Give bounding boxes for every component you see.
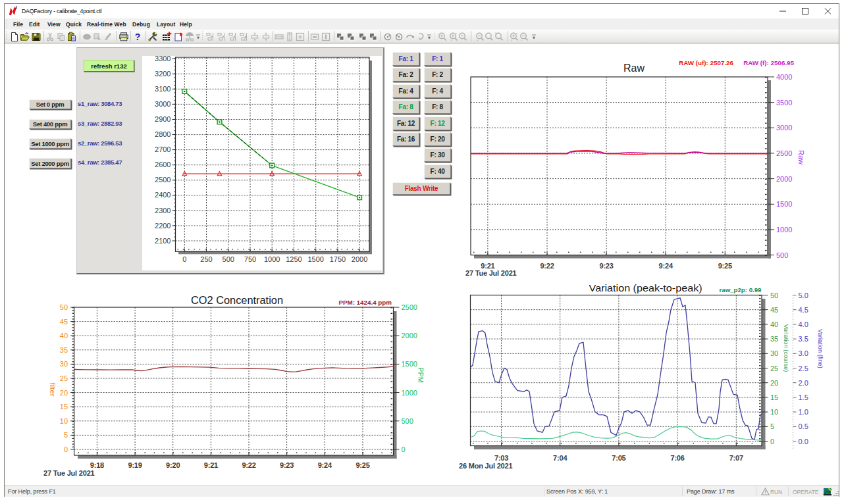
svg-text:9:24: 9:24 — [318, 461, 332, 469]
svg-text:0.5: 0.5 — [799, 422, 808, 430]
svg-text:15: 15 — [770, 393, 778, 401]
svg-text:3100: 3100 — [155, 85, 171, 93]
svg-text:RAW (uf): 2507.26: RAW (uf): 2507.26 — [679, 59, 733, 66]
svg-text:9:18: 9:18 — [90, 461, 104, 469]
svg-text:2800: 2800 — [155, 130, 171, 138]
svg-text:9:23: 9:23 — [280, 461, 294, 469]
svg-text:9:25: 9:25 — [718, 262, 732, 270]
svg-text:5: 5 — [770, 422, 774, 430]
svg-text:4.5: 4.5 — [799, 306, 808, 314]
svg-text:7:07: 7:07 — [729, 454, 743, 462]
svg-text:Variation (coarse): Variation (coarse) — [783, 324, 789, 372]
svg-text:3300: 3300 — [155, 55, 171, 63]
svg-text:500: 500 — [776, 251, 788, 259]
svg-text:10: 10 — [770, 408, 778, 416]
svg-text:1750: 1750 — [330, 255, 346, 263]
svg-text:35: 35 — [60, 346, 68, 354]
svg-text:RAW (f): 2506.95: RAW (f): 2506.95 — [743, 59, 794, 66]
svg-text:0: 0 — [770, 438, 774, 445]
svg-text:25: 25 — [60, 374, 68, 382]
svg-text:9:19: 9:19 — [128, 461, 142, 469]
svg-text:1.5: 1.5 — [799, 393, 808, 401]
svg-text:9:25: 9:25 — [356, 461, 369, 469]
svg-text:45: 45 — [60, 318, 68, 326]
svg-text:2300: 2300 — [155, 207, 171, 214]
svg-text:10: 10 — [60, 417, 68, 425]
svg-text:5.0: 5.0 — [799, 291, 808, 299]
svg-text:750: 750 — [244, 255, 256, 263]
svg-text:1.0: 1.0 — [799, 408, 808, 416]
svg-text:40: 40 — [60, 332, 68, 340]
svg-text:9:21: 9:21 — [204, 461, 218, 469]
svg-text:3.0: 3.0 — [799, 349, 808, 357]
svg-text:3500: 3500 — [776, 99, 792, 107]
svg-text:1000: 1000 — [776, 226, 792, 234]
svg-text:500: 500 — [402, 417, 413, 425]
svg-text:27 Tue Jul 2021: 27 Tue Jul 2021 — [43, 469, 95, 477]
svg-text:1500: 1500 — [307, 255, 323, 263]
svg-text:2100: 2100 — [155, 237, 171, 245]
svg-text:30: 30 — [770, 349, 778, 357]
svg-text:500: 500 — [223, 255, 234, 263]
svg-text:30: 30 — [60, 360, 68, 368]
svg-text:Raw: Raw — [797, 150, 805, 164]
svg-text:Variation (fine): Variation (fine) — [817, 329, 824, 368]
svg-text:1500: 1500 — [402, 360, 417, 368]
svg-text:3000: 3000 — [155, 100, 171, 108]
svg-text:2700: 2700 — [155, 145, 171, 153]
svg-text:PPM: 1424.4 ppm: PPM: 1424.4 ppm — [338, 299, 392, 306]
svg-text:2000: 2000 — [352, 255, 367, 263]
svg-text:5: 5 — [64, 431, 68, 439]
svg-text:2500: 2500 — [402, 303, 417, 311]
svg-text:1250: 1250 — [286, 255, 302, 263]
svg-text:15: 15 — [60, 403, 68, 411]
svg-text:2900: 2900 — [155, 115, 171, 123]
svg-text:1000: 1000 — [402, 389, 417, 397]
svg-text:Raw: Raw — [623, 62, 645, 74]
svg-text:4000: 4000 — [776, 73, 792, 81]
svg-text:50: 50 — [60, 303, 68, 311]
svg-text:4.0: 4.0 — [799, 320, 808, 328]
svg-text:2.0: 2.0 — [799, 379, 808, 387]
svg-text:0: 0 — [402, 445, 406, 453]
svg-text:9:21: 9:21 — [481, 262, 494, 270]
svg-text:Variation (peak-to-peak): Variation (peak-to-peak) — [589, 282, 702, 293]
svg-text:3.5: 3.5 — [799, 335, 808, 343]
svg-text:7:06: 7:06 — [670, 454, 684, 462]
svg-text:0: 0 — [182, 255, 186, 263]
svg-text:20: 20 — [60, 389, 68, 397]
svg-text:2600: 2600 — [155, 161, 171, 168]
svg-text:CO2 Concentration: CO2 Concentration — [191, 294, 283, 306]
svg-text:raw_p2p: 0.99: raw_p2p: 0.99 — [720, 286, 762, 293]
svg-text:7:05: 7:05 — [612, 454, 625, 462]
svg-text:0: 0 — [64, 445, 68, 453]
svg-text:40: 40 — [770, 320, 778, 328]
svg-text:9:22: 9:22 — [540, 262, 554, 270]
svg-text:PPM: PPM — [417, 367, 425, 383]
svg-text:2.5: 2.5 — [799, 365, 808, 372]
svg-text:filter: filter — [49, 383, 57, 397]
svg-text:9:24: 9:24 — [659, 262, 673, 270]
svg-text:20: 20 — [770, 379, 778, 387]
svg-text:27 Tue Jul 2021: 27 Tue Jul 2021 — [465, 269, 517, 277]
svg-text:25: 25 — [770, 365, 778, 372]
svg-text:250: 250 — [200, 255, 212, 263]
svg-text:26 Mon Jul 2021: 26 Mon Jul 2021 — [459, 462, 512, 470]
svg-text:7:03: 7:03 — [494, 454, 508, 462]
svg-text:9:20: 9:20 — [166, 461, 180, 469]
svg-text:1500: 1500 — [776, 200, 792, 208]
svg-text:35: 35 — [770, 335, 778, 343]
svg-text:50: 50 — [770, 291, 778, 299]
svg-text:0.0: 0.0 — [799, 438, 808, 445]
svg-text:2500: 2500 — [155, 176, 171, 184]
svg-text:3200: 3200 — [155, 70, 171, 78]
svg-text:9:23: 9:23 — [599, 262, 613, 270]
svg-text:2500: 2500 — [776, 149, 792, 157]
svg-text:2000: 2000 — [776, 175, 792, 183]
svg-text:2000: 2000 — [402, 332, 417, 340]
svg-text:7:04: 7:04 — [553, 454, 567, 462]
svg-text:9:22: 9:22 — [242, 461, 255, 469]
svg-text:3000: 3000 — [776, 124, 792, 132]
svg-text:2200: 2200 — [155, 222, 171, 230]
svg-text:45: 45 — [770, 306, 778, 314]
